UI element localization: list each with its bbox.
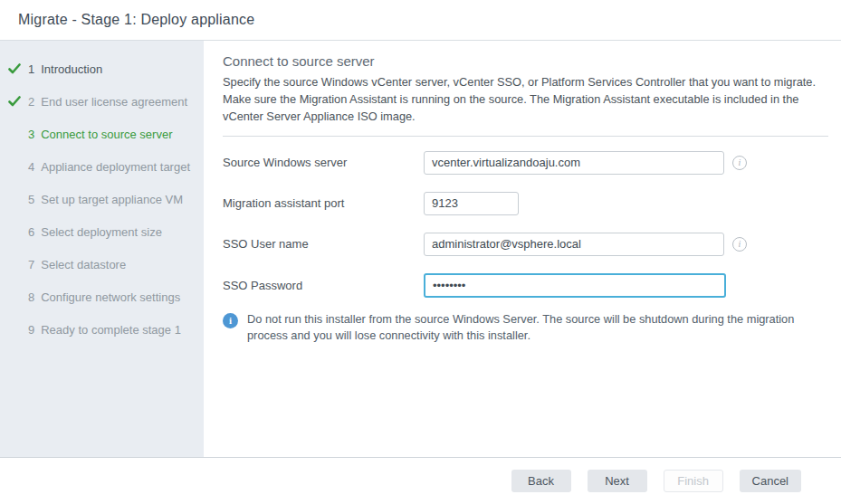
- section-heading: Connect to source server: [223, 53, 828, 69]
- check-icon: [8, 63, 28, 74]
- sso-username-row: SSO User name i: [223, 233, 828, 256]
- step-label: Select datastore: [41, 258, 126, 271]
- source-server-row: Source Windows server i: [223, 151, 828, 175]
- step-number: 4: [28, 160, 34, 174]
- step-label: Select deployment size: [41, 225, 162, 239]
- step-number: 5: [28, 193, 34, 206]
- sso-password-row: SSO Password: [223, 273, 828, 298]
- next-button[interactable]: Next: [588, 470, 647, 492]
- section-description: Specify the source Windows vCenter serve…: [223, 73, 828, 137]
- info-icon[interactable]: i: [732, 237, 747, 252]
- info-filled-icon: i: [223, 313, 238, 328]
- sso-username-input[interactable]: [424, 233, 724, 256]
- step-label: Configure network settings: [41, 290, 180, 304]
- title-bar: Migrate - Stage 1: Deploy appliance: [0, 0, 841, 41]
- step-label: Set up target appliance VM: [41, 193, 183, 206]
- migration-port-row: Migration assistant port: [223, 192, 828, 215]
- step-label: Introduction: [41, 62, 102, 76]
- step-number: 7: [28, 258, 34, 271]
- step-number: 6: [28, 225, 34, 239]
- step-item-select-deployment-size: 6 Select deployment size: [0, 215, 204, 248]
- step-label: Ready to complete stage 1: [41, 323, 181, 337]
- back-button[interactable]: Back: [511, 470, 571, 492]
- wizard-footer: Back Next Finish Cancel: [0, 457, 841, 504]
- installer-warning-note: i Do not run this installer from the sou…: [223, 311, 828, 345]
- step-number: 8: [28, 290, 34, 304]
- step-item-eula: 2 End user license agreement: [0, 85, 204, 118]
- step-number: 9: [28, 323, 34, 337]
- step-item-connect-to-source-server: 3 Connect to source server: [0, 118, 204, 150]
- sso-password-input[interactable]: [424, 273, 726, 298]
- note-text: Do not run this installer from the sourc…: [247, 311, 828, 345]
- cancel-button[interactable]: Cancel: [740, 470, 801, 492]
- sso-username-label: SSO User name: [223, 237, 424, 251]
- step-label: Connect to source server: [41, 128, 172, 141]
- migrate-wizard-window: Migrate - Stage 1: Deploy appliance 1 In…: [0, 0, 841, 504]
- step-item-appliance-deployment-target: 4 Appliance deployment target: [0, 150, 204, 183]
- step-item-configure-network-settings: 8 Configure network settings: [0, 281, 204, 313]
- check-icon: [8, 96, 28, 107]
- step-number: 2: [28, 95, 34, 109]
- migration-port-label: Migration assistant port: [223, 196, 424, 210]
- step-item-introduction: 1 Introduction: [0, 52, 204, 85]
- wizard-steps-sidebar: 1 Introduction 2 End user license agreem…: [0, 41, 204, 457]
- migration-port-input[interactable]: [424, 192, 519, 215]
- step-item-select-datastore: 7 Select datastore: [0, 248, 204, 281]
- step-label: End user license agreement: [41, 95, 187, 109]
- sso-password-label: SSO Password: [223, 279, 424, 292]
- info-icon[interactable]: i: [732, 156, 747, 170]
- step-content-panel: Connect to source server Specify the sou…: [204, 41, 841, 457]
- page-title: Migrate - Stage 1: Deploy appliance: [18, 12, 254, 28]
- finish-button: Finish: [664, 470, 723, 492]
- step-item-ready-to-complete-stage-1: 9 Ready to complete stage 1: [0, 313, 204, 346]
- step-label: Appliance deployment target: [41, 160, 190, 174]
- wizard-body: 1 Introduction 2 End user license agreem…: [0, 41, 841, 457]
- source-server-label: Source Windows server: [223, 156, 424, 169]
- step-number: 3: [28, 128, 34, 141]
- step-item-set-up-target-appliance-vm: 5 Set up target appliance VM: [0, 183, 204, 215]
- step-number: 1: [28, 62, 34, 76]
- source-server-input[interactable]: [424, 151, 724, 175]
